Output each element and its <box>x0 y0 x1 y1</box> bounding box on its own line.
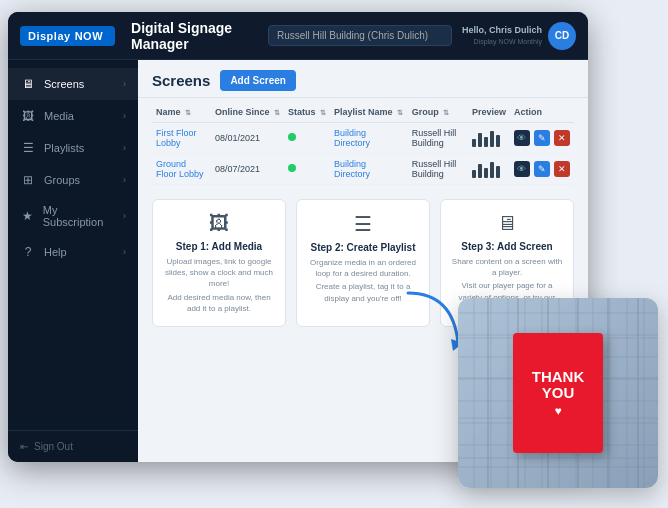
sort-playlist-icon[interactable]: ⇅ <box>397 109 403 116</box>
preview-bar <box>496 166 500 178</box>
table-row: First Floor Lobby08/01/2021Building Dire… <box>152 123 574 154</box>
preview-bar <box>484 168 488 178</box>
screen-playlist-0[interactable]: Building Directory <box>330 123 408 154</box>
screen-name-0[interactable]: First Floor Lobby <box>152 123 211 154</box>
step-card-1: 🖼 Step 1: Add Media Upload images, link … <box>152 199 286 327</box>
sidebar-label-groups: Groups <box>44 174 80 186</box>
photo-card: THANK YOU ♥ <box>458 298 658 488</box>
sort-online-icon[interactable]: ⇅ <box>274 109 280 116</box>
view-button-1[interactable]: 👁 <box>514 161 530 177</box>
preview-bar <box>478 133 482 147</box>
sign-out-button[interactable]: ⇤ Sign Out <box>8 430 138 462</box>
step2-title: Step 2: Create Playlist <box>307 242 419 253</box>
sidebar-item-groups[interactable]: ⊞ Groups › <box>8 164 138 196</box>
col-name: Name ⇅ <box>152 102 211 123</box>
preview-bar <box>490 131 494 147</box>
screen-group-0: Russell Hill Building <box>408 123 468 154</box>
sidebar-item-help[interactable]: ? Help › <box>8 236 138 268</box>
add-screen-button[interactable]: Add Screen <box>220 70 296 91</box>
step2-icon: ☰ <box>307 212 419 236</box>
screen-group-1: Russell Hill Building <box>408 154 468 185</box>
header-account-info: Hello, Chris Dulich Display NOW Monthly <box>462 25 542 46</box>
view-button-0[interactable]: 👁 <box>514 130 530 146</box>
screens-arrow: › <box>123 79 126 89</box>
sidebar-item-subscription[interactable]: ★ My Subscription › <box>8 196 138 236</box>
status-dot-0 <box>288 133 296 141</box>
logo-display: Display <box>28 30 71 42</box>
screen-status-1 <box>284 154 330 185</box>
screens-table: Name ⇅ Online Since ⇅ Status ⇅ <box>152 102 574 185</box>
subscription-icon: ★ <box>20 208 35 224</box>
step3-title: Step 3: Add Screen <box>451 241 563 252</box>
delete-button-0[interactable]: ✕ <box>554 130 570 146</box>
delete-button-1[interactable]: ✕ <box>554 161 570 177</box>
sign-out-label: Sign Out <box>34 441 73 452</box>
screen-actions-1: 👁✎✕ <box>510 154 574 185</box>
screen-playlist-1[interactable]: Building Directory <box>330 154 408 185</box>
screen-online-0: 08/01/2021 <box>211 123 284 154</box>
logo-now: NOW <box>71 29 107 43</box>
sidebar-item-screens[interactable]: 🖥 Screens › <box>8 68 138 100</box>
sidebar-item-playlists[interactable]: ☰ Playlists › <box>8 132 138 164</box>
sidebar: 🖥 Screens › 🖼 Media › ☰ Playlists › ⊞ Gr… <box>8 60 138 462</box>
help-icon: ? <box>20 244 36 260</box>
screens-icon: 🖥 <box>20 76 36 92</box>
page-title: Screens <box>152 72 210 89</box>
preview-bar <box>490 162 494 178</box>
preview-bar <box>496 135 500 147</box>
col-status: Status ⇅ <box>284 102 330 123</box>
user-avatar[interactable]: CD <box>548 22 576 50</box>
playlists-arrow: › <box>123 143 126 153</box>
edit-button-1[interactable]: ✎ <box>534 161 550 177</box>
col-group: Group ⇅ <box>408 102 468 123</box>
preview-bar <box>472 139 476 147</box>
sign-text-you: YOU <box>542 385 575 402</box>
col-action: Action <box>510 102 574 123</box>
sort-group-icon[interactable]: ⇅ <box>443 109 449 116</box>
sidebar-item-media[interactable]: 🖼 Media › <box>8 100 138 132</box>
screen-preview-1[interactable] <box>468 154 510 185</box>
sort-status-icon[interactable]: ⇅ <box>320 109 326 116</box>
header-right: Hello, Chris Dulich Display NOW Monthly … <box>462 22 576 50</box>
location-select[interactable]: Russell Hill Building (Chris Dulich) <box>268 25 452 46</box>
photo-inner: THANK YOU ♥ <box>458 298 658 488</box>
app-title: Digital Signage Manager <box>131 20 268 52</box>
sort-name-icon[interactable]: ⇅ <box>185 109 191 116</box>
step1-icon: 🖼 <box>163 212 275 235</box>
help-arrow: › <box>123 247 126 257</box>
sidebar-label-help: Help <box>44 246 67 258</box>
subscription-arrow: › <box>123 211 126 221</box>
location-selector-wrapper[interactable]: Russell Hill Building (Chris Dulich) <box>268 25 452 46</box>
sidebar-label-playlists: Playlists <box>44 142 84 154</box>
sidebar-label-subscription: My Subscription <box>43 204 115 228</box>
col-online: Online Since ⇅ <box>211 102 284 123</box>
sidebar-label-screens: Screens <box>44 78 84 90</box>
app-logo[interactable]: DisplayNOW <box>20 26 115 46</box>
step3-icon: 🖥 <box>451 212 563 235</box>
col-playlist: Playlist Name ⇅ <box>330 102 408 123</box>
edit-button-0[interactable]: ✎ <box>534 130 550 146</box>
screen-online-1: 08/07/2021 <box>211 154 284 185</box>
sidebar-spacer <box>8 268 138 430</box>
main-container: DisplayNOW Digital Signage Manager Russe… <box>0 0 668 508</box>
sign-heart: ♥ <box>554 404 561 418</box>
screen-actions-0: 👁✎✕ <box>510 123 574 154</box>
media-arrow: › <box>123 111 126 121</box>
step1-desc: Upload images, link to google slides, sh… <box>163 256 275 314</box>
sign-text-thank: THANK <box>532 369 585 386</box>
screens-table-wrapper: Name ⇅ Online Since ⇅ Status ⇅ <box>138 98 588 185</box>
col-preview: Preview <box>468 102 510 123</box>
preview-bar <box>478 164 482 178</box>
preview-bar <box>484 137 488 147</box>
thank-you-sign: THANK YOU ♥ <box>513 333 603 453</box>
account-plan: Display NOW Monthly <box>474 37 542 46</box>
groups-icon: ⊞ <box>20 172 36 188</box>
screen-name-1[interactable]: Ground Floor Lobby <box>152 154 211 185</box>
preview-bar <box>472 170 476 178</box>
playlists-icon: ☰ <box>20 140 36 156</box>
table-header-row: Name ⇅ Online Since ⇅ Status ⇅ <box>152 102 574 123</box>
sign-out-icon: ⇤ <box>20 441 28 452</box>
content-header: Screens Add Screen <box>138 60 588 98</box>
table-row: Ground Floor Lobby08/07/2021Building Dir… <box>152 154 574 185</box>
screen-preview-0[interactable] <box>468 123 510 154</box>
